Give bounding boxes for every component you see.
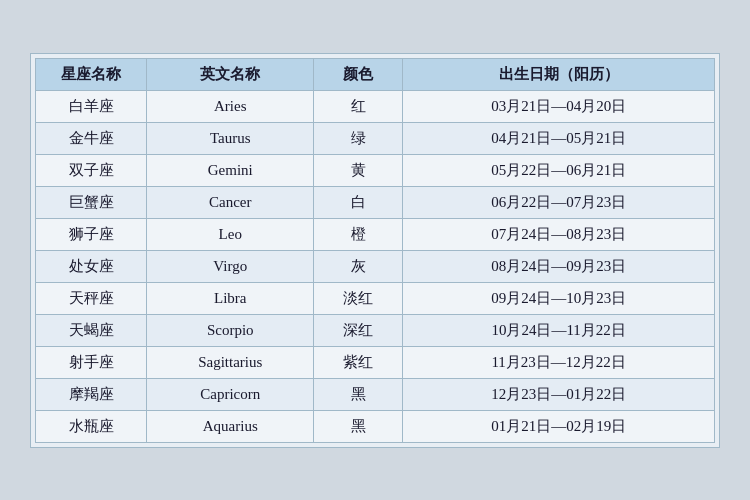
cell-date: 12月23日—01月22日 [403,378,715,410]
zodiac-table: 星座名称 英文名称 颜色 出生日期（阳历） 白羊座Aries红03月21日—04… [35,58,715,443]
cell-chinese: 射手座 [36,346,147,378]
cell-chinese: 处女座 [36,250,147,282]
cell-english: Capricorn [147,378,314,410]
cell-color: 绿 [314,122,403,154]
cell-english: Sagittarius [147,346,314,378]
cell-date: 11月23日—12月22日 [403,346,715,378]
cell-chinese: 天秤座 [36,282,147,314]
cell-date: 10月24日—11月22日 [403,314,715,346]
header-english: 英文名称 [147,58,314,90]
cell-chinese: 摩羯座 [36,378,147,410]
cell-color: 灰 [314,250,403,282]
cell-date: 05月22日—06月21日 [403,154,715,186]
cell-color: 深红 [314,314,403,346]
cell-color: 橙 [314,218,403,250]
cell-date: 04月21日—05月21日 [403,122,715,154]
cell-date: 01月21日—02月19日 [403,410,715,442]
cell-english: Aquarius [147,410,314,442]
cell-english: Taurus [147,122,314,154]
cell-color: 红 [314,90,403,122]
cell-date: 07月24日—08月23日 [403,218,715,250]
table-row: 巨蟹座Cancer白06月22日—07月23日 [36,186,715,218]
header-date: 出生日期（阳历） [403,58,715,90]
table-row: 水瓶座Aquarius黑01月21日—02月19日 [36,410,715,442]
table-row: 天蝎座Scorpio深红10月24日—11月22日 [36,314,715,346]
cell-english: Leo [147,218,314,250]
cell-color: 黑 [314,378,403,410]
cell-date: 09月24日—10月23日 [403,282,715,314]
table-row: 摩羯座Capricorn黑12月23日—01月22日 [36,378,715,410]
cell-color: 淡红 [314,282,403,314]
cell-chinese: 金牛座 [36,122,147,154]
table-header-row: 星座名称 英文名称 颜色 出生日期（阳历） [36,58,715,90]
table-row: 狮子座Leo橙07月24日—08月23日 [36,218,715,250]
table-row: 金牛座Taurus绿04月21日—05月21日 [36,122,715,154]
header-chinese: 星座名称 [36,58,147,90]
cell-english: Virgo [147,250,314,282]
cell-chinese: 白羊座 [36,90,147,122]
table-row: 双子座Gemini黄05月22日—06月21日 [36,154,715,186]
cell-chinese: 水瓶座 [36,410,147,442]
cell-chinese: 巨蟹座 [36,186,147,218]
cell-english: Aries [147,90,314,122]
cell-color: 白 [314,186,403,218]
zodiac-table-container: 星座名称 英文名称 颜色 出生日期（阳历） 白羊座Aries红03月21日—04… [30,53,720,448]
cell-chinese: 天蝎座 [36,314,147,346]
table-row: 射手座Sagittarius紫红11月23日—12月22日 [36,346,715,378]
cell-color: 紫红 [314,346,403,378]
cell-date: 03月21日—04月20日 [403,90,715,122]
table-row: 天秤座Libra淡红09月24日—10月23日 [36,282,715,314]
cell-chinese: 狮子座 [36,218,147,250]
cell-english: Cancer [147,186,314,218]
cell-english: Libra [147,282,314,314]
cell-date: 08月24日—09月23日 [403,250,715,282]
table-row: 白羊座Aries红03月21日—04月20日 [36,90,715,122]
cell-date: 06月22日—07月23日 [403,186,715,218]
cell-color: 黑 [314,410,403,442]
cell-chinese: 双子座 [36,154,147,186]
cell-english: Gemini [147,154,314,186]
cell-english: Scorpio [147,314,314,346]
table-row: 处女座Virgo灰08月24日—09月23日 [36,250,715,282]
header-color: 颜色 [314,58,403,90]
cell-color: 黄 [314,154,403,186]
